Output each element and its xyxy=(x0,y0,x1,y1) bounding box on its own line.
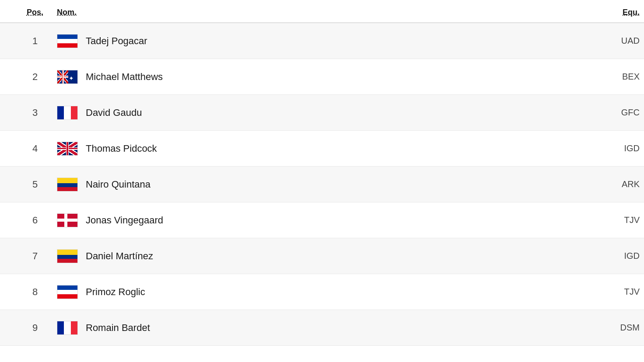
flag-australia: ✦ xyxy=(57,70,78,84)
row-position: 8 xyxy=(0,286,52,298)
row-name-cell: ✦ Michael Matthews xyxy=(52,70,592,84)
table-row: 7 Daniel Martínez IGD xyxy=(0,238,644,274)
results-table: Pos. Nom. Equ. 1 Tadej Pogacar UAD 2 ✦ xyxy=(0,0,644,346)
row-name-cell: Jonas Vingegaard xyxy=(52,213,592,227)
flag-slovenia xyxy=(57,34,78,48)
row-position: 2 xyxy=(0,71,52,83)
flag-colombia xyxy=(57,249,78,263)
rider-name: Romain Bardet xyxy=(86,322,150,334)
row-position: 9 xyxy=(0,322,52,334)
flag-gb xyxy=(57,142,78,156)
row-position: 6 xyxy=(0,215,52,226)
table-header: Pos. Nom. Equ. xyxy=(0,0,644,23)
table-row: 9 Romain Bardet DSM xyxy=(0,310,644,346)
table-row: 8 Primoz Roglic TJV xyxy=(0,274,644,310)
row-team: TJV xyxy=(592,287,644,297)
row-team: DSM xyxy=(592,323,644,333)
row-name-cell: Tadej Pogacar xyxy=(52,34,592,48)
rider-name: Tadej Pogacar xyxy=(86,35,147,47)
table-row: 2 ✦ Michael Matthews BEX xyxy=(0,59,644,95)
flag-slovenia xyxy=(57,285,78,299)
rider-name: Daniel Martínez xyxy=(86,251,153,262)
rider-name: Nairo Quintana xyxy=(86,179,150,190)
table-row: 4 Thomas Pidcock IGD xyxy=(0,131,644,167)
table-row: 5 Nairo Quintana ARK xyxy=(0,167,644,202)
flag-france xyxy=(57,106,78,120)
flag-france xyxy=(57,321,78,335)
rider-name: David Gaudu xyxy=(86,107,142,118)
row-name-cell: David Gaudu xyxy=(52,106,592,120)
rider-name: Jonas Vingegaard xyxy=(86,215,163,226)
row-team: TJV xyxy=(592,215,644,225)
row-position: 7 xyxy=(0,251,52,262)
rider-name: Primoz Roglic xyxy=(86,286,145,298)
flag-denmark xyxy=(57,213,78,227)
table-row: 6 Jonas Vingegaard TJV xyxy=(0,202,644,238)
row-team: ARK xyxy=(592,179,644,189)
row-name-cell: Nairo Quintana xyxy=(52,178,592,191)
flag-colombia xyxy=(57,178,78,191)
row-team: UAD xyxy=(592,36,644,46)
row-team: IGD xyxy=(592,143,644,153)
table-row: 1 Tadej Pogacar UAD xyxy=(0,23,644,59)
header-pos: Pos. xyxy=(0,8,52,17)
rider-name: Thomas Pidcock xyxy=(86,143,157,154)
row-name-cell: Thomas Pidcock xyxy=(52,142,592,156)
row-team: GFC xyxy=(592,108,644,118)
row-position: 5 xyxy=(0,179,52,190)
row-team: BEX xyxy=(592,72,644,82)
table-body: 1 Tadej Pogacar UAD 2 ✦ Michael Matthews… xyxy=(0,23,644,346)
row-position: 1 xyxy=(0,35,52,47)
row-position: 4 xyxy=(0,143,52,154)
header-equ: Equ. xyxy=(592,8,644,17)
row-name-cell: Romain Bardet xyxy=(52,321,592,335)
table-row: 3 David Gaudu GFC xyxy=(0,95,644,131)
row-name-cell: Primoz Roglic xyxy=(52,285,592,299)
rider-name: Michael Matthews xyxy=(86,71,163,83)
row-team: IGD xyxy=(592,251,644,261)
header-nom: Nom. xyxy=(52,8,592,17)
row-position: 3 xyxy=(0,107,52,118)
row-name-cell: Daniel Martínez xyxy=(52,249,592,263)
